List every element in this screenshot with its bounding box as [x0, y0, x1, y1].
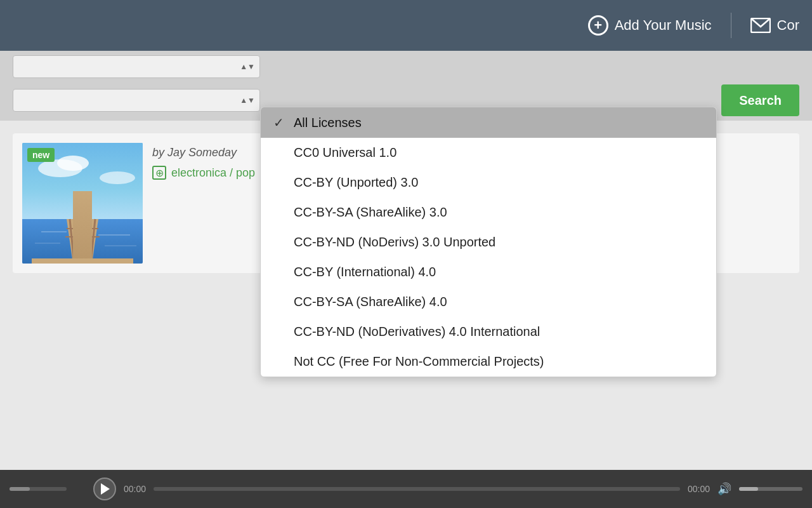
- dropdown-item-ccby3[interactable]: CC-BY (Unported) 3.0: [261, 168, 716, 197]
- add-music-button[interactable]: + Add Your Music: [588, 15, 712, 36]
- svg-point-5: [100, 171, 135, 184]
- contact-button[interactable]: Cor: [750, 17, 799, 34]
- left-volume-slider[interactable]: [10, 487, 67, 491]
- filter-select-1-wrapper: ▲▼: [13, 55, 260, 78]
- genre-label: electronica / pop: [171, 166, 255, 180]
- svg-point-4: [57, 156, 89, 171]
- dropdown-item-label: CC-BY-ND (NoDerivs) 3.0 Unported: [294, 235, 495, 250]
- time-start: 00:00: [124, 484, 146, 494]
- left-slider-fill: [10, 487, 30, 491]
- dropdown-item-all[interactable]: ✓All Licenses: [261, 107, 716, 138]
- dropdown-item-ccbysa4[interactable]: CC-BY-SA (ShareAlike) 4.0: [261, 287, 716, 317]
- dropdown-item-cc0[interactable]: CC0 Universal 1.0: [261, 138, 716, 168]
- dropdown-item-label: All Licenses: [294, 116, 362, 130]
- dropdown-item-ccby4[interactable]: CC-BY (International) 4.0: [261, 257, 716, 287]
- dropdown-item-ccbynd4[interactable]: CC-BY-ND (NoDerivatives) 4.0 Internation…: [261, 317, 716, 347]
- search-button[interactable]: Search: [721, 84, 799, 116]
- volume-icon: 🔊: [717, 482, 731, 496]
- check-icon: ✓: [273, 115, 286, 130]
- volume-slider[interactable]: [739, 487, 802, 491]
- dropdown-item-label: CC-BY (International) 4.0: [294, 265, 436, 279]
- dropdown-item-ccbysa3[interactable]: CC-BY-SA (ShareAlike) 3.0: [261, 197, 716, 227]
- dropdown-item-label: CC-BY-ND (NoDerivatives) 4.0 Internation…: [294, 324, 540, 339]
- progress-bar[interactable]: [154, 487, 680, 491]
- time-end: 00:00: [688, 484, 710, 494]
- new-badge: new: [27, 148, 55, 162]
- license-dropdown: ✓All LicensesCC0 Universal 1.0CC-BY (Unp…: [260, 107, 717, 377]
- dropdown-item-ccbynd3[interactable]: CC-BY-ND (NoDerivs) 3.0 Unported: [261, 227, 716, 257]
- player-bar: 00:00 00:00 🔊: [0, 470, 812, 508]
- svg-rect-2: [22, 219, 143, 264]
- header: + Add Your Music Cor: [0, 0, 812, 51]
- add-music-label: Add Your Music: [615, 17, 712, 34]
- plus-icon: +: [588, 15, 608, 36]
- contact-label: Cor: [777, 17, 799, 34]
- left-controls: [10, 487, 86, 491]
- genre-plus-icon: ⊕: [152, 166, 166, 180]
- play-icon: [101, 483, 110, 495]
- dropdown-item-notcc[interactable]: Not CC (Free For Non-Commercial Projects…: [261, 347, 716, 377]
- play-button[interactable]: [93, 478, 116, 500]
- filter-row-1: ▲▼: [13, 55, 799, 78]
- header-divider: [731, 13, 731, 38]
- dropdown-item-label: CC-BY-SA (ShareAlike) 4.0: [294, 295, 447, 309]
- dropdown-item-label: CC-BY (Unported) 3.0: [294, 175, 418, 190]
- dropdown-item-label: CC-BY-SA (ShareAlike) 3.0: [294, 205, 447, 220]
- track-thumbnail: new: [22, 143, 143, 264]
- dropdown-item-label: CC0 Universal 1.0: [294, 145, 396, 160]
- mail-icon: [750, 18, 771, 33]
- filter-select-2-wrapper: ▲▼: [13, 89, 260, 112]
- dropdown-item-label: Not CC (Free For Non-Commercial Projects…: [294, 354, 544, 369]
- filter-select-1[interactable]: [13, 55, 260, 78]
- filter-select-2[interactable]: [13, 89, 260, 112]
